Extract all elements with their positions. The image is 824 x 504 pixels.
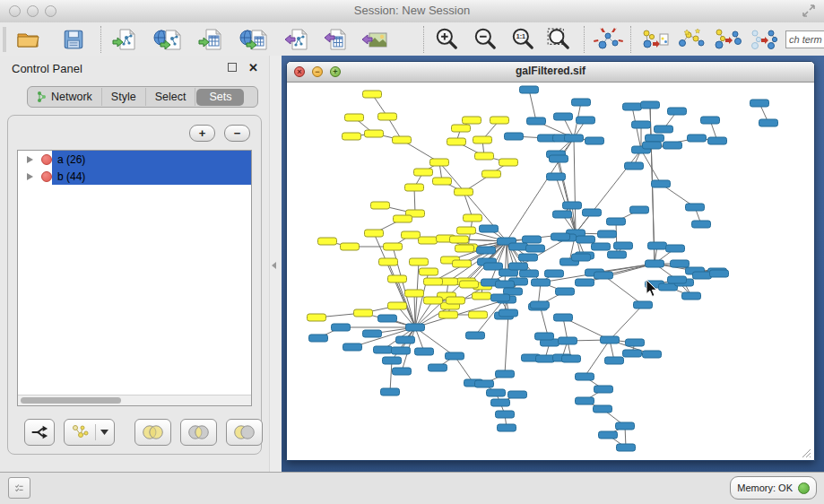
graph-node bbox=[526, 245, 545, 252]
hide-selected-button[interactable] bbox=[713, 26, 743, 53]
graph-node bbox=[693, 272, 712, 279]
export-image-button[interactable] bbox=[360, 27, 389, 52]
graph-node bbox=[708, 137, 727, 144]
graph-node bbox=[343, 133, 361, 140]
zoom-in-button[interactable] bbox=[432, 26, 461, 53]
graph-node bbox=[405, 290, 424, 297]
graph-node bbox=[433, 178, 452, 185]
show-all-button[interactable] bbox=[750, 26, 780, 53]
graph-node bbox=[464, 214, 482, 222]
network-view[interactable] bbox=[287, 83, 812, 459]
graph-node bbox=[692, 221, 711, 228]
graph-node bbox=[750, 100, 769, 107]
graph-node bbox=[447, 138, 466, 145]
set-label: a (26) bbox=[57, 153, 85, 166]
graph-node bbox=[545, 270, 564, 277]
graph-node bbox=[484, 263, 503, 270]
graph-node bbox=[392, 347, 411, 354]
graph-node bbox=[430, 159, 449, 166]
import-table-file-button[interactable] bbox=[197, 26, 226, 53]
graph-node bbox=[585, 137, 604, 144]
panel-splitter[interactable] bbox=[269, 56, 282, 473]
save-icon bbox=[62, 28, 85, 51]
zoom-fit-selected-button[interactable] bbox=[544, 26, 573, 53]
graph-node bbox=[393, 368, 412, 375]
resize-grip-icon[interactable] bbox=[799, 446, 811, 458]
graph-node bbox=[519, 254, 538, 261]
close-panel-icon[interactable]: ✕ bbox=[248, 63, 258, 73]
toolbar-drag-handle[interactable] bbox=[3, 27, 6, 52]
graph-node bbox=[599, 431, 618, 439]
add-set-button[interactable]: + bbox=[189, 125, 215, 142]
zoom-out-button[interactable] bbox=[471, 26, 499, 53]
open-session-button[interactable] bbox=[14, 27, 41, 52]
graph-node bbox=[551, 233, 570, 240]
graph-node bbox=[496, 370, 515, 378]
import-network-file-button[interactable] bbox=[111, 26, 140, 53]
zoom-actual-size-button[interactable]: 1:1 bbox=[508, 26, 537, 53]
select-first-neighbors-button[interactable] bbox=[676, 26, 707, 53]
memory-ok-icon bbox=[798, 482, 810, 494]
set-color-icon bbox=[41, 154, 52, 165]
graph-node bbox=[643, 142, 662, 149]
graph-node bbox=[550, 155, 568, 162]
task-history-button[interactable] bbox=[8, 477, 30, 499]
status-bar: Memory: OK bbox=[0, 472, 824, 504]
tab-select[interactable]: Select bbox=[146, 88, 196, 106]
network-window-titlebar[interactable]: × − + galFiltered.sif bbox=[287, 62, 814, 83]
collapse-panel-icon[interactable] bbox=[272, 262, 276, 269]
apply-preferred-layout-button[interactable] bbox=[593, 25, 625, 54]
main-toolbar: 1:1 bbox=[0, 22, 824, 56]
graph-node bbox=[477, 247, 496, 254]
toolbar-separator bbox=[630, 26, 631, 53]
save-session-button[interactable] bbox=[61, 27, 86, 52]
graph-node bbox=[424, 297, 443, 304]
network-window[interactable]: × − + galFiltered.sif bbox=[286, 61, 815, 461]
graph-node bbox=[594, 272, 613, 279]
graph-node bbox=[592, 243, 611, 250]
memory-status-badge[interactable]: Memory: OK bbox=[730, 476, 817, 500]
new-network-from-selection-icon bbox=[640, 27, 669, 52]
graph-node bbox=[617, 444, 636, 451]
scrollbar-thumb[interactable] bbox=[21, 397, 121, 404]
graph-node bbox=[562, 355, 581, 362]
network-canvas-svg bbox=[287, 83, 812, 459]
apply-preferred-layout-icon bbox=[594, 26, 624, 53]
tab-sets[interactable]: Sets bbox=[196, 89, 244, 106]
expander-triangle-icon[interactable] bbox=[27, 156, 33, 163]
list-item[interactable]: a (26) bbox=[18, 151, 251, 168]
search-input[interactable] bbox=[785, 30, 824, 48]
difference-sets-button[interactable] bbox=[226, 419, 263, 446]
graph-node bbox=[410, 258, 429, 265]
import-network-web-button[interactable] bbox=[152, 26, 185, 53]
graph-node bbox=[345, 114, 364, 121]
graph-node bbox=[341, 243, 360, 250]
tab-style[interactable]: Style bbox=[102, 88, 146, 106]
graph-node bbox=[450, 236, 469, 243]
import-table-web-button[interactable] bbox=[239, 26, 271, 53]
graph-node bbox=[701, 117, 720, 124]
split-sets-button[interactable] bbox=[24, 419, 55, 446]
new-network-from-selection-button[interactable] bbox=[639, 26, 670, 53]
graph-node bbox=[759, 119, 778, 126]
memory-status-label: Memory: OK bbox=[737, 482, 793, 493]
graph-node bbox=[646, 135, 664, 142]
float-panel-icon[interactable] bbox=[228, 63, 237, 72]
export-table-button[interactable] bbox=[323, 26, 350, 53]
export-network-button[interactable] bbox=[283, 26, 312, 53]
remove-set-button[interactable]: − bbox=[224, 125, 250, 142]
list-item[interactable]: b (44) bbox=[18, 168, 251, 185]
task-list-icon bbox=[14, 481, 24, 495]
network-set-icon bbox=[70, 424, 91, 440]
expander-triangle-icon[interactable] bbox=[27, 173, 33, 180]
intersection-sets-button[interactable] bbox=[180, 419, 217, 446]
network-window-title: galFiltered.sif bbox=[287, 65, 814, 77]
graph-node bbox=[643, 351, 662, 358]
tab-network[interactable]: Network bbox=[28, 88, 102, 106]
graph-node bbox=[384, 243, 403, 250]
union-sets-button[interactable] bbox=[134, 419, 171, 446]
tab-label: Style bbox=[111, 91, 136, 103]
create-set-from-network-button[interactable] bbox=[64, 419, 115, 446]
horizontal-scrollbar[interactable] bbox=[18, 395, 251, 405]
fullscreen-icon[interactable] bbox=[801, 3, 817, 22]
